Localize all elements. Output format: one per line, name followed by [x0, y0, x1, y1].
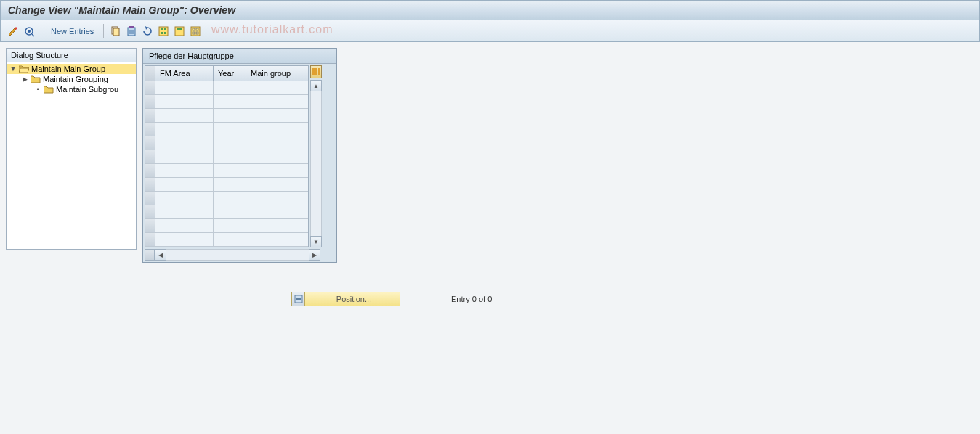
- position-button[interactable]: Position...: [291, 292, 400, 306]
- new-entries-button[interactable]: New Entries: [46, 25, 98, 37]
- row-selector[interactable]: [145, 192, 155, 205]
- table-row[interactable]: [145, 233, 308, 247]
- footer-row: Position... Entry 0 of 0: [142, 292, 492, 306]
- table-row[interactable]: [145, 178, 308, 192]
- table-row[interactable]: [145, 109, 308, 123]
- select-all-icon[interactable]: [157, 25, 170, 38]
- cell-main-group[interactable]: [246, 178, 308, 191]
- cell-main-group[interactable]: [246, 136, 308, 150]
- column-header-main-group[interactable]: Main group: [246, 66, 308, 81]
- select-block-icon[interactable]: [173, 25, 186, 38]
- cell-year[interactable]: [214, 205, 246, 218]
- cell-year[interactable]: [214, 95, 246, 108]
- cell-main-group[interactable]: [246, 81, 308, 94]
- cell-year[interactable]: [214, 219, 246, 232]
- cell-main-group[interactable]: [246, 192, 308, 205]
- svg-rect-23: [315, 68, 317, 75]
- cell-main-group[interactable]: [246, 219, 308, 232]
- scroll-right-button[interactable]: ▶: [309, 249, 320, 261]
- table-row[interactable]: [145, 95, 308, 109]
- svg-rect-6: [129, 26, 134, 28]
- row-selector[interactable]: [145, 205, 155, 218]
- tree-item-maintain-subgroup[interactable]: • Maintain Subgrou: [7, 84, 136, 94]
- tree-item-maintain-main-group[interactable]: ▼ Maintain Main Group: [7, 64, 136, 74]
- row-selector[interactable]: [145, 109, 155, 122]
- undo-change-icon[interactable]: [141, 25, 154, 38]
- table-row[interactable]: [145, 81, 308, 95]
- scroll-up-button[interactable]: ▲: [310, 80, 322, 91]
- cell-fm-area[interactable]: [155, 150, 214, 163]
- cell-year[interactable]: [214, 192, 246, 205]
- svg-rect-16: [177, 28, 182, 30]
- cell-main-group[interactable]: [246, 95, 308, 108]
- cell-main-group[interactable]: [246, 123, 308, 136]
- other-view-icon[interactable]: [23, 25, 36, 38]
- horizontal-scrollbar[interactable]: [166, 249, 309, 261]
- row-selector[interactable]: [145, 81, 155, 94]
- cell-year[interactable]: [214, 136, 246, 150]
- cell-year[interactable]: [214, 150, 246, 163]
- cell-year[interactable]: [214, 123, 246, 136]
- row-selector[interactable]: [145, 219, 155, 232]
- svg-rect-15: [175, 27, 184, 36]
- cell-main-group[interactable]: [246, 109, 308, 122]
- grid-header-row: FM Area Year Main group: [145, 66, 308, 81]
- cell-year[interactable]: [214, 109, 246, 122]
- cell-year[interactable]: [214, 233, 246, 246]
- table-row[interactable]: [145, 219, 308, 233]
- cell-fm-area[interactable]: [155, 233, 214, 246]
- cell-main-group[interactable]: [246, 205, 308, 218]
- horizontal-scrollbar-row: ◀ ▶: [145, 249, 335, 261]
- table-row[interactable]: [145, 150, 308, 164]
- configure-columns-icon[interactable]: [310, 65, 322, 78]
- cell-fm-area[interactable]: [155, 219, 214, 232]
- dialog-structure-panel: Dialog Structure ▼ Maintain Main Group ▶…: [6, 48, 137, 250]
- table-row[interactable]: [145, 205, 308, 219]
- cell-fm-area[interactable]: [155, 136, 214, 150]
- toggle-display-change-icon[interactable]: [7, 25, 20, 38]
- cell-main-group[interactable]: [246, 150, 308, 163]
- column-header-year[interactable]: Year: [214, 66, 246, 81]
- table-row[interactable]: [145, 136, 308, 150]
- scroll-left-button[interactable]: ◀: [155, 249, 166, 261]
- position-icon: [292, 292, 305, 306]
- row-selector[interactable]: [145, 233, 155, 246]
- cell-fm-area[interactable]: [155, 192, 214, 205]
- cell-fm-area[interactable]: [155, 205, 214, 218]
- table-row[interactable]: [145, 123, 308, 136]
- column-header-fm-area[interactable]: FM Area: [155, 66, 214, 81]
- tree-label: Maintain Grouping: [43, 75, 108, 83]
- table-row[interactable]: [145, 164, 308, 178]
- row-selector[interactable]: [145, 164, 155, 177]
- cell-fm-area[interactable]: [155, 95, 214, 108]
- cell-fm-area[interactable]: [155, 109, 214, 122]
- table-row[interactable]: [145, 192, 308, 205]
- cell-year[interactable]: [214, 178, 246, 191]
- cell-year[interactable]: [214, 81, 246, 94]
- svg-rect-24: [318, 68, 320, 75]
- toolbar-separator: [103, 24, 104, 38]
- row-selector[interactable]: [145, 178, 155, 191]
- row-selector[interactable]: [145, 95, 155, 108]
- row-selector[interactable]: [145, 136, 155, 150]
- cell-main-group[interactable]: [246, 233, 308, 246]
- collapse-icon[interactable]: ▼: [9, 65, 17, 73]
- cell-fm-area[interactable]: [155, 81, 214, 94]
- grid-body: [145, 81, 308, 247]
- cell-year[interactable]: [214, 164, 246, 177]
- delete-icon[interactable]: [125, 25, 138, 38]
- cell-main-group[interactable]: [246, 164, 308, 177]
- cell-fm-area[interactable]: [155, 178, 214, 191]
- toolbar: New Entries www.tutorialkart.com: [0, 20, 980, 42]
- cell-fm-area[interactable]: [155, 164, 214, 177]
- copy-as-icon[interactable]: [109, 25, 122, 38]
- scroll-down-button[interactable]: ▼: [310, 236, 322, 247]
- expand-icon[interactable]: ▶: [21, 75, 28, 83]
- row-selector-header[interactable]: [145, 66, 155, 81]
- deselect-all-icon[interactable]: [189, 25, 202, 38]
- tree-item-maintain-grouping[interactable]: ▶ Maintain Grouping: [7, 74, 136, 84]
- row-selector[interactable]: [145, 150, 155, 163]
- cell-fm-area[interactable]: [155, 123, 214, 136]
- row-selector[interactable]: [145, 123, 155, 136]
- vertical-scrollbar[interactable]: [310, 91, 322, 236]
